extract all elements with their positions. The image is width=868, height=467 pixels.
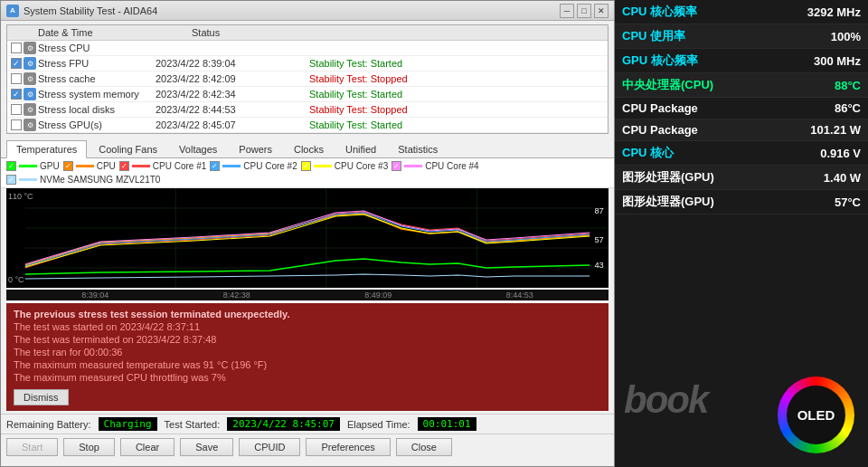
tab-powers[interactable]: Powers: [229, 140, 282, 157]
legend-checkbox[interactable]: ✓: [301, 161, 311, 171]
tab-unified[interactable]: Unified: [335, 140, 386, 157]
stat-row: CPU Package 86°C: [615, 98, 868, 119]
legend-color-swatch: [132, 165, 150, 167]
stat-row: 图形处理器(GPU) 1.40 W: [615, 166, 868, 190]
stat-value: 101.21 W: [810, 123, 861, 137]
legend-checkbox[interactable]: ✓: [6, 175, 16, 185]
row-check[interactable]: ✓ ⚙: [11, 57, 38, 70]
stat-row: 图形处理器(GPU) 57°C: [615, 190, 868, 214]
x-label-2: 8:42:38: [223, 291, 250, 300]
legend-label: CPU Core #3: [335, 161, 388, 171]
dismiss-button[interactable]: Dismiss: [14, 389, 69, 405]
stat-label: CPU 使用率: [622, 28, 831, 44]
legend-item-cpucore#3[interactable]: ✓ CPU Core #3: [301, 161, 388, 171]
log-row[interactable]: ⚙ Stress CPU: [7, 41, 608, 56]
log-row[interactable]: ⚙ Stress GPU(s) 2023/4/22 8:45:07 Stabil…: [7, 118, 608, 133]
save-button[interactable]: Save: [180, 438, 233, 456]
close-window-button[interactable]: ✕: [594, 4, 609, 18]
cpuid-button[interactable]: CPUID: [239, 438, 300, 456]
bottom-bar: Start Stop Clear Save CPUID Preferences …: [1, 434, 614, 460]
legend-item-cpucore#1[interactable]: ✓ CPU Core #1: [119, 161, 206, 171]
minimize-button[interactable]: ─: [560, 4, 574, 18]
legend-checkbox[interactable]: ✓: [6, 161, 16, 171]
title-bar: A System Stability Test - AIDA64 ─ □ ✕: [1, 1, 614, 21]
chart-legend: ✓ GPU ✓ CPU ✓ CPU Core #1 ✓ CPU Core #2 …: [1, 158, 614, 188]
row-icon: ⚙: [24, 72, 36, 85]
checkbox[interactable]: [11, 43, 22, 53]
stat-value: 1.40 W: [824, 171, 861, 185]
start-button[interactable]: Start: [6, 438, 58, 456]
stat-value: 300 MHz: [814, 54, 861, 68]
tab-voltages[interactable]: Voltages: [169, 140, 227, 157]
main-window: A System Stability Test - AIDA64 ─ □ ✕ D…: [0, 0, 615, 467]
log-row[interactable]: ⚙ Stress local disks 2023/4/22 8:44:53 S…: [7, 102, 608, 118]
close-button[interactable]: Close: [396, 438, 452, 456]
legend-color-swatch: [76, 165, 94, 167]
legend-label: CPU Core #1: [153, 161, 206, 171]
chart-area: 110 °C 0 °C 87 57: [6, 188, 609, 288]
row-check[interactable]: ✓ ⚙: [11, 88, 38, 100]
legend-checkbox[interactable]: ✓: [392, 161, 401, 171]
row-check[interactable]: ⚙: [11, 72, 38, 85]
legend-item-gpu[interactable]: ✓ GPU: [6, 161, 60, 171]
stat-row: CPU 使用率 100%: [615, 24, 868, 49]
row-status: Stability Test: Stopped: [309, 73, 604, 84]
x-label-3: 8:49:09: [364, 291, 392, 300]
checkbox[interactable]: [11, 73, 22, 84]
legend-item-cpu[interactable]: ✓ CPU: [63, 161, 116, 171]
log-row[interactable]: ⚙ Stress cache 2023/4/22 8:42:09 Stabili…: [7, 71, 608, 87]
checkbox[interactable]: [11, 119, 22, 130]
legend-label: CPU: [97, 161, 116, 171]
legend-label: CPU Core #4: [425, 161, 478, 171]
row-icon: ⚙: [24, 103, 36, 116]
elapsed-label: Elapsed Time:: [347, 419, 410, 430]
stat-label: CPU 核心: [622, 145, 820, 161]
row-date: 2023/4/22 8:42:34: [156, 89, 309, 100]
tab-statistics[interactable]: Statistics: [388, 140, 448, 157]
legend-checkbox[interactable]: ✓: [63, 161, 73, 171]
stat-value: 86°C: [835, 101, 861, 115]
legend-item-nvmesamsungmzvl21t0[interactable]: ✓ NVMe SAMSUNG MZVL21T0: [6, 175, 160, 185]
chart-y-bottom: 0 °C: [8, 275, 24, 284]
tab-clocks[interactable]: Clocks: [284, 140, 334, 157]
legend-color-swatch: [19, 178, 37, 181]
alert-box: The previous stress test session termina…: [6, 303, 609, 411]
checkbox[interactable]: ✓: [11, 89, 22, 100]
clear-button[interactable]: Clear: [120, 438, 175, 456]
svg-text:43: 43: [594, 261, 603, 270]
tab-cooling-fans[interactable]: Cooling Fans: [89, 140, 167, 157]
title-bar-controls: ─ □ ✕: [560, 4, 609, 18]
legend-item-cpucore#4[interactable]: ✓ CPU Core #4: [392, 161, 478, 171]
log-rows: ⚙ Stress CPU ✓ ⚙ Stress FPU 2023/4/22 8:…: [7, 41, 608, 133]
row-check[interactable]: ⚙: [11, 103, 38, 116]
window-title: System Stability Test - AIDA64: [24, 5, 560, 16]
log-row[interactable]: ✓ ⚙ Stress FPU 2023/4/22 8:39:04 Stabili…: [7, 56, 608, 71]
charging-value: Charging: [99, 417, 157, 431]
maximize-button[interactable]: □: [577, 4, 591, 18]
alert-line: The test was started on 2023/4/22 8:37:1…: [14, 321, 601, 332]
preferences-button[interactable]: Preferences: [306, 438, 390, 456]
svg-text:57: 57: [594, 235, 603, 244]
stat-label: CPU 核心频率: [622, 4, 807, 20]
chart-y-top: 110 °C: [8, 192, 33, 201]
legend-item-cpucore#2[interactable]: ✓ CPU Core #2: [210, 161, 297, 171]
tab-temperatures[interactable]: Temperatures: [6, 140, 87, 158]
vivobook-text: book: [624, 378, 707, 422]
stop-button[interactable]: Stop: [63, 438, 115, 456]
stat-label: CPU Package: [622, 123, 810, 137]
log-table-header: Date & Time Status: [7, 25, 608, 41]
col-header-status: Status: [192, 27, 604, 38]
row-label: Stress system memory: [38, 89, 156, 100]
stats-table: CPU 核心频率 3292 MHz CPU 使用率 100% GPU 核心频率 …: [615, 0, 868, 214]
row-date: 2023/4/22 8:45:07: [156, 119, 309, 130]
log-row[interactable]: ✓ ⚙ Stress system memory 2023/4/22 8:42:…: [7, 87, 608, 102]
row-date: 2023/4/22 8:42:09: [156, 73, 309, 84]
row-label: Stress FPU: [38, 58, 156, 69]
legend-checkbox[interactable]: ✓: [119, 161, 129, 171]
checkbox[interactable]: [11, 104, 22, 115]
checkbox[interactable]: ✓: [11, 58, 22, 69]
row-check[interactable]: ⚙: [11, 119, 38, 131]
row-check[interactable]: ⚙: [11, 42, 38, 54]
legend-checkbox[interactable]: ✓: [210, 161, 220, 171]
row-icon: ⚙: [24, 57, 36, 70]
